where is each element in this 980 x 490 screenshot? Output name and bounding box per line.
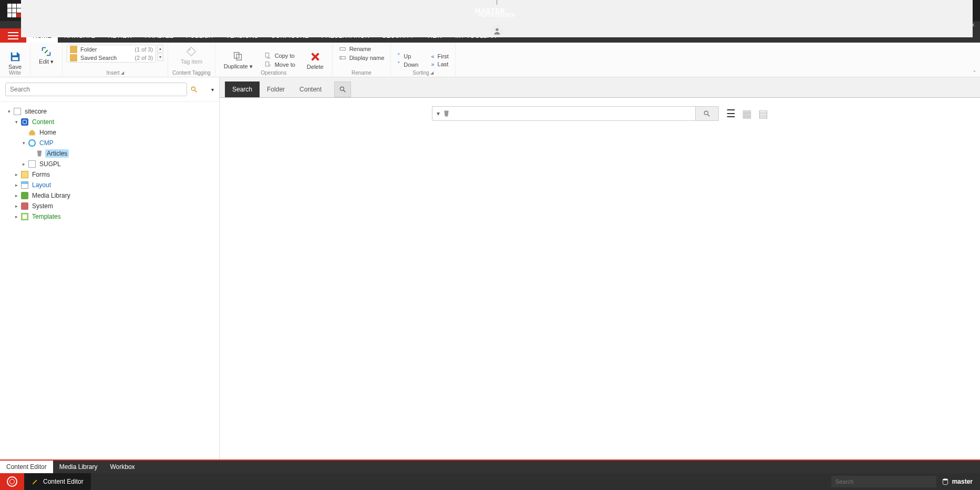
tree-node-sitecore[interactable]: sitecore (23, 107, 48, 116)
waffle-launcher-icon[interactable] (7, 4, 21, 17)
displayname-button[interactable]: Display name (337, 54, 387, 62)
sort-first-button[interactable]: «First (429, 53, 451, 60)
media-icon (21, 192, 28, 199)
svg-rect-4 (12, 52, 16, 55)
tree-panel: ▾ ▾sitecore ▾Content Home ▾CMP Articles … (0, 77, 220, 460)
filter-dropdown-icon[interactable]: ▾ (437, 110, 440, 117)
rename-button[interactable]: Rename (337, 45, 387, 53)
moveto-label: Move to (275, 62, 295, 68)
expand-icon[interactable]: ▸ (14, 172, 19, 177)
delete-button[interactable]: Delete (303, 50, 328, 71)
group-label-operations: Operations (215, 70, 332, 76)
bucket-search-button[interactable] (695, 107, 718, 120)
home-icon (28, 129, 36, 136)
taskbar-search-input[interactable] (831, 476, 936, 487)
taskbar-app-label: Content Editor (43, 478, 84, 485)
expand-icon[interactable]: ▸ (14, 182, 19, 188)
divider: | (496, 0, 498, 5)
content-icon (21, 118, 28, 126)
expand-icon[interactable]: ▸ (14, 214, 19, 219)
duplicate-button[interactable]: Duplicate ▾ (220, 49, 257, 71)
expand-icon[interactable]: ▾ (21, 140, 26, 146)
editor-tab-media-library[interactable]: Media Library (53, 461, 104, 473)
panel-search-button[interactable] (334, 81, 351, 97)
tree-node-sugpl[interactable]: SUGPL (38, 160, 63, 168)
group-label-rename: Rename (352, 70, 372, 76)
group-label-sorting: Sorting (412, 70, 429, 76)
main-area: ▾ ▾sitecore ▾Content Home ▾CMP Articles … (0, 77, 980, 460)
panel-tab-folder[interactable]: Folder (260, 81, 292, 97)
panel-tab-content[interactable]: Content (292, 81, 329, 97)
svg-point-0 (496, 28, 498, 31)
tree-node-system[interactable]: System (30, 202, 55, 210)
dialog-launcher-icon[interactable]: ◢ (121, 70, 124, 75)
edit-button[interactable]: Edit ▾ (35, 45, 58, 66)
rename-label: Rename (349, 46, 372, 52)
caret-down-icon: ▾ (50, 58, 54, 65)
sort-down-button[interactable]: ˅Down (395, 60, 420, 68)
folder-icon (70, 46, 77, 53)
ribbon-collapse-icon[interactable]: ˄ (973, 70, 976, 76)
tree-node-content[interactable]: Content (30, 118, 56, 126)
insert-saved-count: (2 of 3) (135, 55, 153, 61)
content-panel: Search Folder Content ▾ ☰ ▦ ▤ (220, 77, 980, 460)
tag-item-button: Tag item (177, 45, 207, 66)
editor-tab-workbox[interactable]: Workbox (104, 461, 141, 473)
sort-up-button[interactable]: ˄Up (395, 52, 420, 60)
tag-item-label: Tag item (181, 58, 203, 65)
tree-node-layout[interactable]: Layout (30, 181, 53, 189)
dialog-launcher-icon[interactable]: ◢ (430, 70, 434, 75)
tree-node-home[interactable]: Home (38, 128, 58, 137)
insert-saved-label: Saved Search (80, 55, 117, 61)
ring-icon (28, 139, 36, 147)
view-cards-icon[interactable]: ▤ (758, 107, 768, 120)
delete-label: Delete (307, 64, 324, 70)
tree-node-forms[interactable]: Forms (30, 170, 51, 179)
layout-icon (21, 181, 28, 189)
svg-rect-10 (265, 62, 269, 66)
taskbar-database[interactable]: master (942, 478, 973, 485)
editor-tab-content-editor[interactable]: Content Editor (0, 461, 53, 473)
expand-icon[interactable]: ▸ (14, 193, 19, 198)
expand-icon[interactable]: ▸ (21, 161, 26, 167)
tree-node-articles[interactable]: Articles (45, 149, 69, 158)
system-icon (21, 202, 28, 210)
svg-point-16 (340, 87, 344, 90)
group-label-write: Write (0, 70, 30, 76)
copyto-button[interactable]: Copy to (262, 52, 297, 60)
insert-saved-search[interactable]: Saved Search(2 of 3) (67, 54, 156, 62)
view-grid-icon[interactable]: ▦ (742, 107, 752, 120)
bucket-search-box: ▾ (432, 106, 719, 121)
avatar-icon[interactable] (491, 25, 503, 37)
view-list-icon[interactable]: ☰ (726, 107, 736, 120)
tree-search-options[interactable]: ▾ (211, 87, 214, 93)
svg-point-18 (704, 111, 708, 115)
bucket-search-input[interactable] (455, 107, 695, 120)
moveto-button[interactable]: Move to (262, 60, 297, 69)
content-tree: ▾sitecore ▾Content Home ▾CMP Articles ▸S… (0, 102, 219, 460)
editor-tabs: Content Editor Media Library Workbox (0, 460, 980, 473)
svg-line-15 (195, 90, 197, 93)
expand-icon[interactable]: ▾ (6, 109, 12, 114)
double-chevron-up-icon: « (431, 53, 434, 59)
doc-icon (28, 160, 36, 168)
search-icon[interactable] (190, 86, 198, 93)
tree-node-templates[interactable]: Templates (30, 212, 63, 221)
tree-node-media[interactable]: Media Library (30, 191, 72, 200)
expand-icon[interactable]: ▾ (14, 119, 19, 125)
insert-folder[interactable]: Folder(1 of 3) (67, 45, 156, 54)
insert-scroll-down[interactable]: ▾ (157, 53, 163, 61)
sort-last-button[interactable]: »Last (429, 60, 451, 68)
panel-tab-search[interactable]: Search (225, 81, 260, 97)
expand-icon[interactable]: ▸ (14, 203, 19, 209)
tree-node-cmp[interactable]: CMP (38, 139, 55, 147)
bucket-icon (36, 150, 43, 157)
sort-first-label: First (438, 53, 449, 59)
tree-search-input[interactable] (5, 83, 187, 96)
save-button[interactable]: Save (4, 50, 26, 71)
chevron-up-icon: ˄ (397, 53, 400, 59)
taskbar-app-content-editor[interactable]: Content Editor (24, 473, 91, 490)
insert-scroll-up[interactable]: ▴ (157, 45, 163, 53)
double-chevron-down-icon: » (431, 61, 434, 67)
start-button[interactable] (0, 473, 24, 490)
